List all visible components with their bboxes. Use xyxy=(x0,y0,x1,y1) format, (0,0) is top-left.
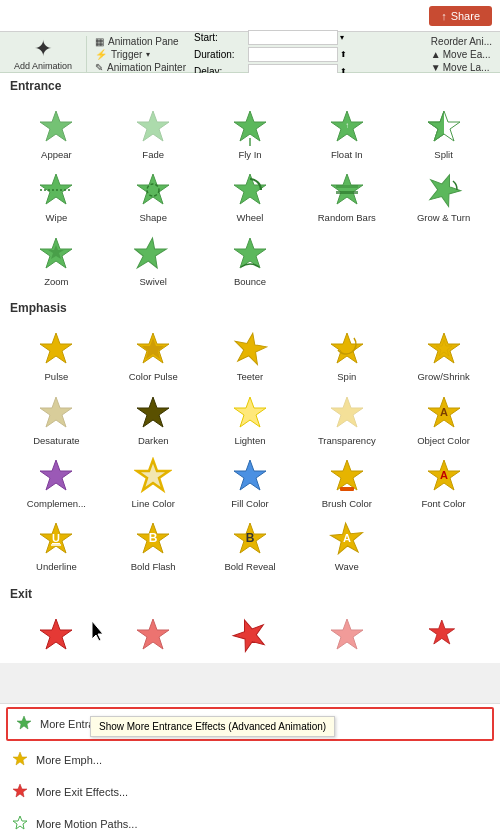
anim-desaturate[interactable]: Desaturate xyxy=(8,387,105,450)
anim-pulse[interactable]: Pulse xyxy=(8,323,105,386)
fillcolor-icon xyxy=(230,456,270,496)
darken-label: Darken xyxy=(138,435,169,446)
timing-group: Start: ▾ Duration: ⬆ Delay: ⬆ xyxy=(194,30,347,79)
anim-fade[interactable]: Fade xyxy=(105,101,202,164)
svg-marker-20 xyxy=(134,238,168,268)
svg-marker-35 xyxy=(40,460,72,490)
transparency-label: Transparency xyxy=(318,435,376,446)
wave-label: Wave xyxy=(335,561,359,572)
emphasis-grid: Pulse Color Pulse Teeter xyxy=(0,319,500,581)
randombars-label: Random Bars xyxy=(318,212,376,223)
svg-marker-58 xyxy=(13,752,27,765)
duration-input[interactable] xyxy=(248,47,338,62)
svg-marker-59 xyxy=(13,784,27,797)
teeter-icon xyxy=(230,329,270,369)
fontcolor-icon: A xyxy=(424,456,464,496)
underline-icon: U xyxy=(36,519,76,559)
add-animation-button[interactable]: ✦ Add Animation xyxy=(8,34,78,74)
anim-wheel[interactable]: Wheel xyxy=(202,164,299,227)
appear-icon xyxy=(36,107,76,147)
more-entrance-star-icon xyxy=(16,715,32,733)
svg-marker-1 xyxy=(137,111,169,141)
svg-marker-22 xyxy=(40,333,72,363)
anim-floatin[interactable]: ↑ Float In xyxy=(298,101,395,164)
anim-zoom[interactable]: Zoom xyxy=(8,228,105,291)
more-motion-star-icon xyxy=(12,815,28,833)
brushcolor-label: Brush Color xyxy=(322,498,372,509)
svg-marker-52 xyxy=(40,619,72,649)
anim-colorpulse[interactable]: Color Pulse xyxy=(105,323,202,386)
emphasis-section-label: Emphasis xyxy=(0,295,500,319)
anim-randombars[interactable]: Random Bars xyxy=(298,164,395,227)
anim-brushcolor[interactable]: Brush Color xyxy=(298,450,395,513)
exit-grid xyxy=(0,605,500,663)
entrance-section-label: Entrance xyxy=(0,73,500,97)
svg-marker-29 xyxy=(40,397,72,427)
shape-icon xyxy=(133,170,173,210)
anim-objectcolor[interactable]: A Object Color xyxy=(395,387,492,450)
anim-exit-1[interactable] xyxy=(8,609,105,661)
anim-exit-5[interactable] xyxy=(395,609,492,661)
anim-underline[interactable]: U Underline xyxy=(8,513,105,576)
duration-spin-icon: ⬆ xyxy=(340,50,347,59)
move-earlier-item[interactable]: ▲ Move Ea... xyxy=(431,49,492,60)
more-emphasis-star-icon xyxy=(12,751,28,769)
svg-marker-30 xyxy=(137,397,169,427)
flyin-label: Fly In xyxy=(238,149,261,160)
anim-lighten[interactable]: Lighten xyxy=(202,387,299,450)
anim-appear[interactable]: Appear xyxy=(8,101,105,164)
start-input[interactable] xyxy=(248,30,338,45)
anim-bounce[interactable]: Bounce xyxy=(202,228,299,291)
anim-transparency[interactable]: Transparency xyxy=(298,387,395,450)
animation-painter-item[interactable]: ✎ Animation Painter xyxy=(95,62,186,73)
share-button[interactable]: ↑ Share xyxy=(429,6,492,26)
boldreveal-icon: B xyxy=(230,519,270,559)
move-later-item[interactable]: ▼ Move La... xyxy=(431,62,492,73)
svg-marker-26 xyxy=(331,333,363,363)
animation-pane-item[interactable]: ▦ Animation Pane xyxy=(95,36,186,47)
anim-darken[interactable]: Darken xyxy=(105,387,202,450)
wheel-icon xyxy=(230,170,270,210)
anim-swivel[interactable]: Swivel xyxy=(105,228,202,291)
bottom-menu: More Entrance Effects... More Emph... Sh… xyxy=(0,703,500,840)
anim-growshrink[interactable]: Grow/Shrink xyxy=(395,323,492,386)
anim-boldreveal[interactable]: B Bold Reveal xyxy=(202,513,299,576)
anim-growturn[interactable]: Grow & Turn xyxy=(395,164,492,227)
anim-teeter[interactable]: Teeter xyxy=(202,323,299,386)
anim-exit-2[interactable] xyxy=(105,609,202,661)
anim-boldflash[interactable]: B Bold Flash xyxy=(105,513,202,576)
more-emphasis-effects-item[interactable]: More Emph... xyxy=(0,744,500,776)
more-motion-paths-item[interactable]: More Motion Paths... xyxy=(0,808,500,840)
transparency-icon xyxy=(327,393,367,433)
linecolor-label: Line Color xyxy=(132,498,175,509)
svg-marker-6 xyxy=(428,111,460,141)
pulse-label: Pulse xyxy=(45,371,69,382)
anim-spin[interactable]: Spin xyxy=(298,323,395,386)
anim-linecolor[interactable]: Line Color xyxy=(105,450,202,513)
top-bar: ↑ Share xyxy=(0,0,500,32)
fade-label: Fade xyxy=(142,149,164,160)
anim-fontcolor[interactable]: A Font Color xyxy=(395,450,492,513)
anim-fillcolor[interactable]: Fill Color xyxy=(202,450,299,513)
pulse-icon xyxy=(36,329,76,369)
wave-icon: A xyxy=(327,519,367,559)
anim-split[interactable]: Split xyxy=(395,101,492,164)
growshrink-label: Grow/Shrink xyxy=(417,371,469,382)
underline-label: Underline xyxy=(36,561,77,572)
svg-text:B: B xyxy=(149,531,158,545)
svg-text:B: B xyxy=(246,531,255,545)
svg-marker-38 xyxy=(234,460,266,490)
wipe-label: Wipe xyxy=(46,212,68,223)
anim-wipe[interactable]: Wipe xyxy=(8,164,105,227)
anim-complementary[interactable]: Complemen... xyxy=(8,450,105,513)
trigger-item[interactable]: ⚡ Trigger ▾ xyxy=(95,49,186,60)
anim-shape[interactable]: Shape xyxy=(105,164,202,227)
anim-wave[interactable]: A Wave xyxy=(298,513,395,576)
anim-exit-4[interactable] xyxy=(298,609,395,661)
more-exit-effects-item[interactable]: More Exit Effects... xyxy=(0,776,500,808)
svg-marker-55 xyxy=(331,619,363,649)
bounce-icon xyxy=(230,234,270,274)
anim-exit-3[interactable] xyxy=(202,609,299,661)
anim-flyin[interactable]: Fly In xyxy=(202,101,299,164)
flyin-icon xyxy=(230,107,270,147)
